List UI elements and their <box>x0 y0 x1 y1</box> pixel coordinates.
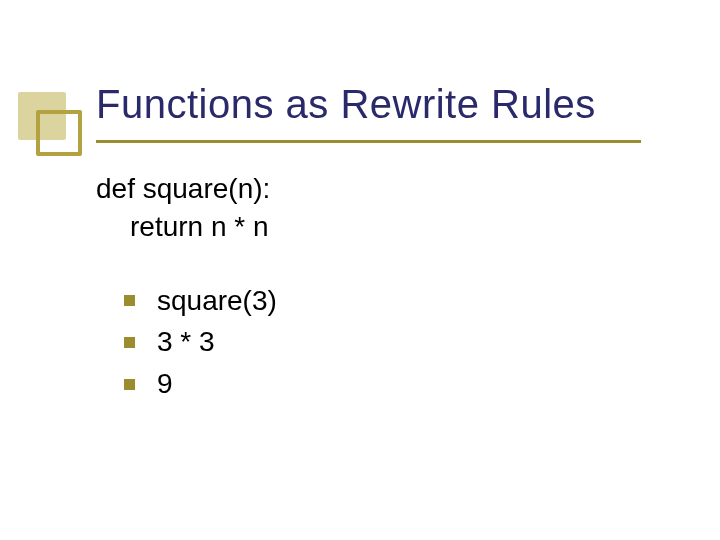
evaluation-step-3: 9 <box>157 365 173 403</box>
slide-title: Functions as Rewrite Rules <box>96 82 596 127</box>
list-item: 3 * 3 <box>96 323 277 361</box>
square-bullet-icon <box>124 295 135 306</box>
square-bullet-icon <box>124 337 135 348</box>
title-underline <box>96 140 641 143</box>
evaluation-list: square(3) 3 * 3 9 <box>96 282 277 403</box>
evaluation-step-1: square(3) <box>157 282 277 320</box>
code-line-def: def square(n): <box>96 170 277 208</box>
code-line-return: return n * n <box>96 208 277 246</box>
list-item: square(3) <box>96 282 277 320</box>
slide-body: def square(n): return n * n square(3) 3 … <box>96 170 277 407</box>
title-bullet-decoration <box>18 92 66 140</box>
evaluation-step-2: 3 * 3 <box>157 323 215 361</box>
square-bullet-icon <box>124 379 135 390</box>
list-item: 9 <box>96 365 277 403</box>
slide: Functions as Rewrite Rules def square(n)… <box>0 0 720 540</box>
